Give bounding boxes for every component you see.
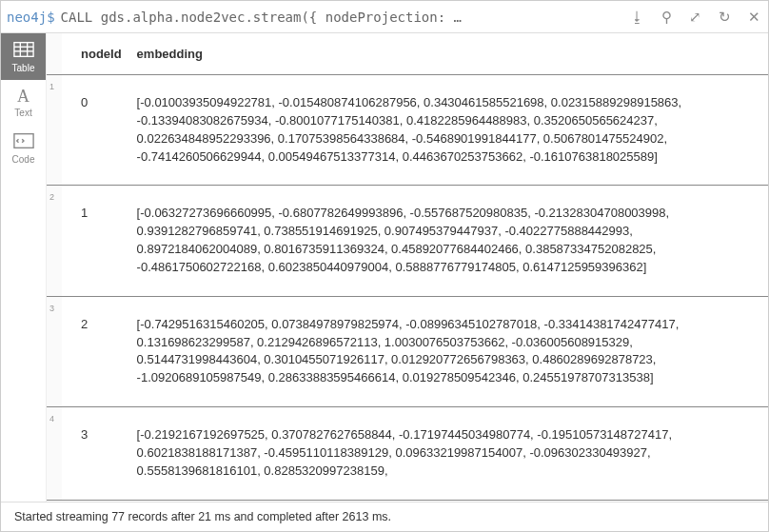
result-mode-sidebar: Table A Text Code (1, 33, 47, 502)
download-icon[interactable]: ⭳ (630, 10, 644, 24)
top-toolbar: neo4j$ CALL gds.alpha.node2vec.stream({ … (1, 1, 768, 33)
sidebar-item-table[interactable]: Table (1, 33, 46, 80)
results-table: nodeId embedding 10[-0.01003935094922781… (47, 33, 768, 501)
top-icon-group: ⭳ ⚲ ⤢ ↻ ✕ (621, 10, 760, 24)
col-header-embedding: embedding (129, 33, 768, 75)
sidebar-item-label: Code (12, 154, 35, 165)
table-row: 10[-0.01003935094922781, -0.015480874106… (47, 75, 768, 186)
row-index: 2 (47, 186, 62, 296)
cell-embedding: [-0.2192167192697525, 0.3707827627658844… (129, 407, 768, 501)
content-area: Table A Text Code nodeId embedding (1, 33, 768, 502)
results-scroll[interactable]: nodeId embedding 10[-0.01003935094922781… (47, 33, 768, 502)
expand-icon[interactable]: ⤢ (689, 10, 701, 24)
sidebar-item-code[interactable]: Code (1, 125, 46, 171)
db-prompt: neo4j$ (7, 10, 61, 25)
row-index: 3 (47, 296, 62, 406)
row-index: 1 (47, 75, 62, 186)
code-icon (13, 132, 34, 149)
svg-rect-0 (13, 43, 32, 57)
sidebar-item-label: Text (14, 108, 31, 118)
table-row: 32[-0.7429516315460205, 0.07384978979825… (47, 296, 768, 406)
table-icon (13, 41, 34, 58)
table-row: 21[-0.06327273696660995, -0.680778264999… (47, 186, 768, 296)
cell-nodeid: 3 (62, 407, 129, 501)
sidebar-item-label: Table (12, 63, 35, 73)
text-icon: A (1, 88, 46, 105)
query-text[interactable]: CALL gds.alpha.node2vec.stream({ nodePro… (61, 10, 621, 25)
sidebar-item-text[interactable]: A Text (1, 80, 46, 125)
cell-embedding: [-0.06327273696660995, -0.68077826499938… (129, 186, 768, 296)
cell-embedding: [-0.01003935094922781, -0.01548087410628… (129, 75, 768, 186)
results-main: nodeId embedding 10[-0.01003935094922781… (47, 33, 768, 502)
cell-embedding: [-0.7429516315460205, 0.0738497897982597… (129, 296, 768, 406)
col-header-nodeid: nodeId (62, 33, 129, 75)
close-icon[interactable]: ✕ (748, 10, 760, 24)
refresh-icon[interactable]: ↻ (719, 10, 731, 24)
table-row: 43[-0.2192167192697525, 0.37078276276588… (47, 407, 768, 501)
cell-nodeid: 0 (62, 75, 129, 186)
cell-nodeid: 2 (62, 296, 129, 406)
pin-icon[interactable]: ⚲ (661, 10, 672, 24)
status-footer: Started streaming 77 records after 21 ms… (1, 502, 768, 531)
col-rownum (47, 33, 62, 75)
cell-nodeid: 1 (62, 186, 129, 296)
row-index: 4 (47, 407, 62, 501)
